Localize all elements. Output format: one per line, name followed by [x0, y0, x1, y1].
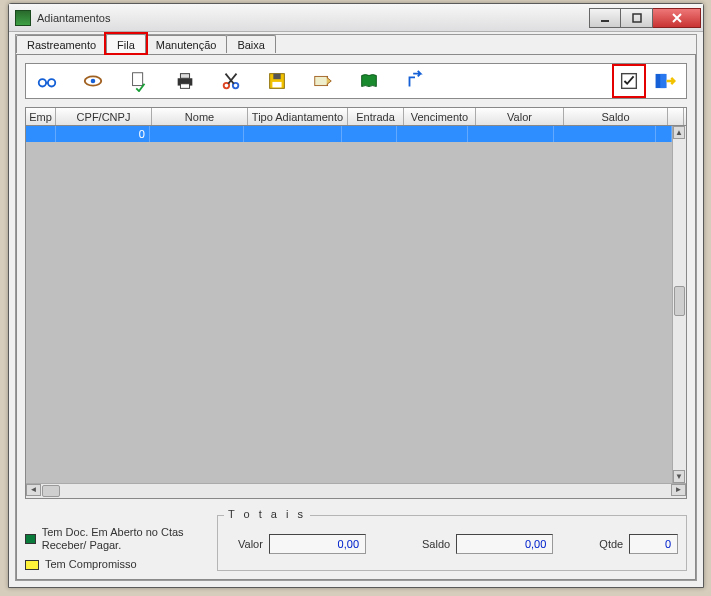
column-header[interactable]: Nome: [152, 108, 248, 125]
glasses-icon[interactable]: [34, 68, 60, 94]
column-header[interactable]: Vencimento: [404, 108, 476, 125]
toolbar: [25, 63, 687, 99]
table-cell: [397, 126, 468, 142]
svg-point-2: [39, 79, 46, 86]
table-cell: [244, 126, 342, 142]
svg-rect-1: [633, 14, 641, 22]
doc-check-icon[interactable]: [126, 68, 152, 94]
svg-rect-8: [180, 74, 189, 79]
column-header[interactable]: CPF/CNPJ: [56, 108, 152, 125]
totals-saldo-label: Saldo: [422, 538, 450, 550]
scroll-thumb-h[interactable]: [42, 485, 60, 497]
data-grid[interactable]: EmpCPF/CNPJNomeTipo AdiantamentoEntradaV…: [25, 107, 687, 499]
maximize-button[interactable]: [621, 8, 653, 28]
grid-header[interactable]: EmpCPF/CNPJNomeTipo AdiantamentoEntradaV…: [26, 108, 686, 126]
tab-page: EmpCPF/CNPJNomeTipo AdiantamentoEntradaV…: [16, 54, 696, 580]
table-cell: [656, 126, 672, 142]
totals-qtde-label: Qtde: [599, 538, 623, 550]
book-icon[interactable]: [356, 68, 382, 94]
vertical-scrollbar[interactable]: ▲ ▼: [672, 126, 686, 483]
column-header[interactable]: Entrada: [348, 108, 404, 125]
table-cell: [150, 126, 244, 142]
titlebar[interactable]: Adiantamentos: [9, 4, 703, 32]
tab-fila[interactable]: Fila: [106, 34, 146, 54]
table-cell: [468, 126, 554, 142]
legend-swatch-yellow: [25, 560, 39, 570]
scroll-down-icon[interactable]: ▼: [673, 470, 685, 483]
column-header[interactable]: Tipo Adiantamento: [248, 108, 348, 125]
tab-manutencao[interactable]: Manutenção: [145, 35, 228, 53]
table-row[interactable]: 0: [26, 126, 672, 142]
scroll-right-icon[interactable]: ►: [671, 484, 686, 496]
svg-point-3: [48, 79, 55, 86]
card-icon[interactable]: [310, 68, 336, 94]
grid-body[interactable]: 0: [26, 126, 672, 483]
eye-icon[interactable]: [80, 68, 106, 94]
totals-frame: T o t a i s Valor 0,00 Saldo 0,00 Qtde 0: [217, 515, 687, 571]
svg-rect-15: [315, 76, 328, 85]
tabstrip: Rastreamento Fila Manutenção Baixa: [16, 34, 696, 54]
svg-rect-13: [273, 74, 280, 80]
table-cell: 0: [56, 126, 150, 142]
horizontal-scrollbar[interactable]: ◄ ►: [26, 483, 686, 498]
client-area: Rastreamento Fila Manutenção Baixa: [15, 34, 697, 581]
table-cell: [26, 126, 56, 142]
printer-icon[interactable]: [172, 68, 198, 94]
svg-rect-0: [601, 20, 609, 22]
svg-rect-6: [133, 73, 143, 86]
tab-rastreamento[interactable]: Rastreamento: [16, 35, 107, 53]
column-header[interactable]: Saldo: [564, 108, 668, 125]
scroll-thumb[interactable]: [674, 286, 685, 316]
totals-qtde-value: 0: [629, 534, 678, 554]
app-window: Adiantamentos Rastreamento Fila Manutenç…: [8, 3, 704, 588]
totals-caption: T o t a i s: [224, 508, 310, 520]
legend-text-1: Tem Doc. Em Aberto no Ctas Receber/ Paga…: [42, 526, 205, 552]
svg-point-5: [91, 79, 96, 84]
floppy-icon[interactable]: [264, 68, 290, 94]
column-header[interactable]: [668, 108, 684, 125]
exit-icon[interactable]: [652, 68, 678, 94]
tab-baixa[interactable]: Baixa: [226, 35, 276, 53]
close-button[interactable]: [653, 8, 701, 28]
totals-valor-value: 0,00: [269, 534, 366, 554]
column-header[interactable]: Emp: [26, 108, 56, 125]
totals-saldo-value: 0,00: [456, 534, 553, 554]
scroll-left-icon[interactable]: ◄: [26, 484, 41, 496]
totals-valor-label: Valor: [238, 538, 263, 550]
app-icon: [15, 10, 31, 26]
scissors-icon[interactable]: [218, 68, 244, 94]
table-cell: [342, 126, 397, 142]
minimize-button[interactable]: [589, 8, 621, 28]
svg-rect-18: [660, 74, 666, 88]
legend-swatch-green: [25, 534, 36, 544]
legend-text-2: Tem Compromisso: [45, 558, 137, 571]
window-title: Adiantamentos: [37, 12, 589, 24]
scroll-up-icon[interactable]: ▲: [673, 126, 685, 139]
svg-rect-14: [272, 82, 281, 88]
export-icon[interactable]: [402, 68, 428, 94]
svg-rect-9: [180, 84, 189, 89]
column-header[interactable]: Valor: [476, 108, 564, 125]
legend: Tem Doc. Em Aberto no Ctas Receber/ Paga…: [25, 526, 205, 571]
table-cell: [554, 126, 656, 142]
checkbox-icon[interactable]: [616, 68, 642, 94]
